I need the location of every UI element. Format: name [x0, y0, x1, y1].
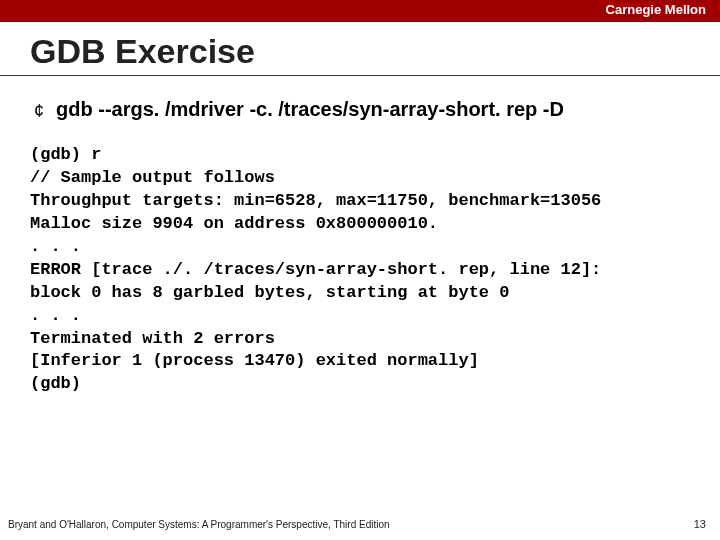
- footer-citation: Bryant and O'Hallaron, Computer Systems:…: [8, 519, 390, 530]
- bullet-item: ¢ gdb --args. /mdriver -c. /traces/syn-a…: [34, 98, 720, 122]
- slide-title: GDB Exercise: [30, 32, 720, 71]
- footer: Bryant and O'Hallaron, Computer Systems:…: [8, 518, 706, 530]
- bullet-text: gdb --args. /mdriver -c. /traces/syn-arr…: [56, 98, 564, 121]
- page-number: 13: [694, 518, 706, 530]
- header-bar: Carnegie Mellon: [0, 0, 720, 22]
- bullet-symbol: ¢: [34, 100, 44, 122]
- brand-label: Carnegie Mellon: [606, 2, 706, 17]
- title-rule: [0, 75, 720, 76]
- code-output: (gdb) r // Sample output follows Through…: [30, 144, 720, 396]
